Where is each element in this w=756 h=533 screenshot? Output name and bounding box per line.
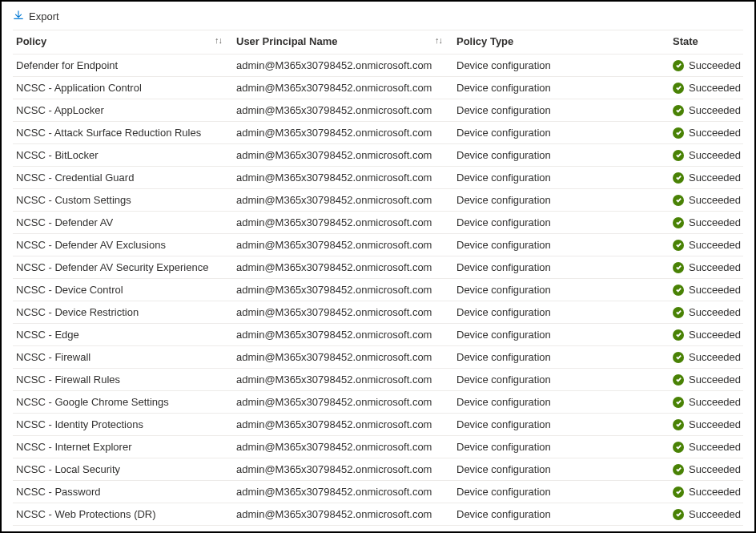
- success-icon: [673, 262, 684, 273]
- success-icon: [673, 127, 684, 139]
- cell-type: Device configuration: [453, 503, 670, 526]
- table-row[interactable]: NCSC - Defender AVadmin@M365x30798452.on…: [13, 212, 743, 234]
- table-row[interactable]: NCSC - Defender AV Exclusionsadmin@M365x…: [13, 234, 743, 256]
- cell-type: Device configuration: [453, 526, 670, 534]
- table-row[interactable]: NCSC - Custom Settingsadmin@M365x3079845…: [13, 189, 743, 212]
- cell-state: Succeeded: [670, 414, 743, 436]
- cell-state: Succeeded: [670, 212, 743, 234]
- success-icon: [673, 352, 684, 363]
- state-text: Succeeded: [689, 172, 741, 184]
- state-text: Succeeded: [689, 149, 741, 161]
- cell-type: Device configuration: [453, 391, 670, 414]
- toolbar: Export: [13, 6, 743, 30]
- cell-upn: admin@M365x30798452.onmicrosoft.com: [233, 234, 453, 256]
- cell-policy: NCSC - Custom Settings: [13, 189, 233, 212]
- table-row[interactable]: NCSC - AppLockeradmin@M365x30798452.onmi…: [13, 99, 743, 122]
- cell-policy: NCSC - Credential Guard: [13, 167, 233, 189]
- table-row[interactable]: NCSC - Edgeadmin@M365x30798452.onmicroso…: [13, 324, 743, 346]
- table-row[interactable]: Defender for Endpointadmin@M365x30798452…: [13, 55, 743, 77]
- table-row[interactable]: NCSC - Defender AV Security Experiencead…: [13, 256, 743, 279]
- state-text: Succeeded: [689, 374, 741, 386]
- success-icon: [673, 285, 684, 296]
- table-row[interactable]: NCSC - Attack Surface Reduction Rulesadm…: [13, 122, 743, 144]
- state-text: Succeeded: [689, 239, 741, 251]
- cell-type: Device configuration: [453, 144, 670, 167]
- column-header-upn[interactable]: User Principal Name ↑↓: [233, 30, 453, 55]
- success-icon: [673, 397, 684, 408]
- success-icon: [673, 172, 684, 184]
- cell-policy: NCSC - Device Control: [13, 279, 233, 301]
- cell-state: Succeeded: [670, 77, 743, 99]
- state-text: Succeeded: [689, 508, 741, 520]
- table-row[interactable]: NCSC - Firewalladmin@M365x30798452.onmic…: [13, 346, 743, 369]
- cell-type: Device configuration: [453, 481, 670, 503]
- table-row[interactable]: NCSC - Credential Guardadmin@M365x307984…: [13, 167, 743, 189]
- sort-icon[interactable]: ↑↓: [215, 35, 222, 45]
- cell-type: Device configuration: [453, 414, 670, 436]
- state-text: Succeeded: [689, 441, 741, 453]
- table-header-row: Policy ↑↓ User Principal Name ↑↓ Policy …: [13, 30, 743, 55]
- cell-policy: NCSC - Google Chrome Settings: [13, 391, 233, 414]
- table-row[interactable]: NCSC - Web Protections (EP)admin@M365x30…: [13, 526, 743, 534]
- cell-state: Succeeded: [670, 99, 743, 122]
- success-icon: [673, 307, 684, 318]
- table-row[interactable]: NCSC - Identity Protectionsadmin@M365x30…: [13, 414, 743, 436]
- table-row[interactable]: NCSC - Device Controladmin@M365x30798452…: [13, 279, 743, 301]
- success-icon: [673, 217, 684, 228]
- table-row[interactable]: NCSC - Device Restrictionadmin@M365x3079…: [13, 301, 743, 324]
- sort-icon[interactable]: ↑↓: [435, 35, 442, 45]
- success-icon: [673, 329, 684, 341]
- cell-policy: NCSC - Web Protections (EP): [13, 526, 233, 534]
- table-row[interactable]: NCSC - BitLockeradmin@M365x30798452.onmi…: [13, 144, 743, 167]
- table-row[interactable]: NCSC - Google Chrome Settingsadmin@M365x…: [13, 391, 743, 414]
- table-row[interactable]: NCSC - Web Protections (DR)admin@M365x30…: [13, 503, 743, 526]
- column-header-type[interactable]: Policy Type: [453, 30, 670, 55]
- cell-policy: NCSC - Internet Explorer: [13, 436, 233, 458]
- success-icon: [673, 60, 684, 71]
- cell-upn: admin@M365x30798452.onmicrosoft.com: [233, 526, 453, 534]
- cell-type: Device configuration: [453, 436, 670, 458]
- state-text: Succeeded: [689, 306, 741, 318]
- cell-upn: admin@M365x30798452.onmicrosoft.com: [233, 436, 453, 458]
- cell-policy: NCSC - Attack Surface Reduction Rules: [13, 122, 233, 144]
- cell-upn: admin@M365x30798452.onmicrosoft.com: [233, 144, 453, 167]
- cell-policy: NCSC - Device Restriction: [13, 301, 233, 324]
- success-icon: [673, 240, 684, 251]
- cell-type: Device configuration: [453, 279, 670, 301]
- cell-state: Succeeded: [670, 436, 743, 458]
- cell-policy: NCSC - AppLocker: [13, 99, 233, 122]
- cell-state: Succeeded: [670, 144, 743, 167]
- column-header-policy[interactable]: Policy ↑↓: [13, 30, 233, 55]
- cell-state: Succeeded: [670, 234, 743, 256]
- cell-type: Device configuration: [453, 55, 670, 77]
- success-icon: [673, 150, 684, 161]
- cell-state: Succeeded: [670, 279, 743, 301]
- state-text: Succeeded: [689, 329, 741, 341]
- cell-policy: NCSC - Defender AV Security Experience: [13, 256, 233, 279]
- cell-policy: Defender for Endpoint: [13, 55, 233, 77]
- column-header-state[interactable]: State: [670, 30, 743, 55]
- cell-state: Succeeded: [670, 369, 743, 391]
- cell-type: Device configuration: [453, 122, 670, 144]
- download-icon[interactable]: [13, 10, 24, 23]
- cell-type: Device configuration: [453, 77, 670, 99]
- table-row[interactable]: NCSC - Application Controladmin@M365x307…: [13, 77, 743, 99]
- cell-type: Device configuration: [453, 256, 670, 279]
- table-row[interactable]: NCSC - Local Securityadmin@M365x30798452…: [13, 458, 743, 481]
- cell-state: Succeeded: [670, 167, 743, 189]
- state-text: Succeeded: [689, 463, 741, 475]
- cell-type: Device configuration: [453, 458, 670, 481]
- export-button[interactable]: Export: [29, 10, 59, 22]
- cell-state: Succeeded: [670, 324, 743, 346]
- table-row[interactable]: NCSC - Internet Exploreradmin@M365x30798…: [13, 436, 743, 458]
- success-icon: [673, 419, 684, 430]
- table-row[interactable]: NCSC - Passwordadmin@M365x30798452.onmic…: [13, 481, 743, 503]
- cell-type: Device configuration: [453, 369, 670, 391]
- cell-upn: admin@M365x30798452.onmicrosoft.com: [233, 503, 453, 526]
- cell-policy: NCSC - Web Protections (DR): [13, 503, 233, 526]
- table-row[interactable]: NCSC - Firewall Rulesadmin@M365x30798452…: [13, 369, 743, 391]
- cell-type: Device configuration: [453, 167, 670, 189]
- state-text: Succeeded: [689, 194, 741, 206]
- cell-state: Succeeded: [670, 503, 743, 526]
- column-header-label: User Principal Name: [236, 35, 337, 47]
